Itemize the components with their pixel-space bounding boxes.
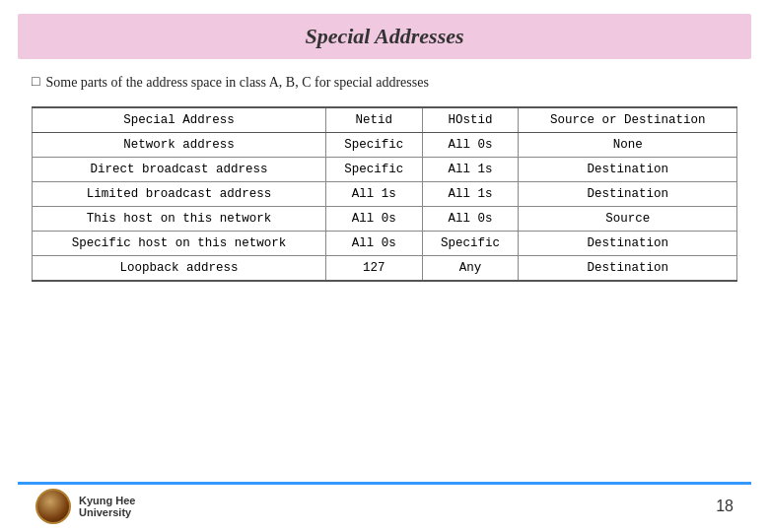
page-number: 18 (716, 498, 734, 515)
col-header-netid: Netid (325, 107, 422, 133)
table-cell: Specific host on this network (33, 231, 326, 255)
slide-footer: Kyung Hee University 18 (18, 482, 751, 532)
table-cell: Source (519, 206, 737, 231)
table-cell: Network address (33, 132, 326, 157)
table-cell: All 0s (422, 206, 519, 231)
table-cell: Loopback address (33, 255, 326, 281)
slide-content: □ Some parts of the address space in cla… (0, 59, 769, 482)
slide: Special Addresses □ Some parts of the ad… (0, 0, 769, 532)
university-name: Kyung Hee University (79, 495, 135, 518)
table-row: Specific host on this networkAll 0sSpeci… (33, 231, 737, 255)
table-cell: All 1s (422, 181, 519, 206)
table-row: Direct broadcast addressSpecificAll 1sDe… (33, 157, 737, 181)
table-cell: Limited broadcast address (33, 181, 326, 206)
bullet-point: □ Some parts of the address space in cla… (32, 73, 737, 93)
special-addresses-table: Special Address Netid HOstid Source or D… (32, 106, 737, 282)
table-cell: Direct broadcast address (33, 157, 326, 181)
table-cell: Any (422, 255, 519, 281)
table-cell: All 0s (325, 206, 422, 231)
table-cell: Destination (519, 255, 737, 281)
table-cell: Destination (519, 157, 737, 181)
table-header-row: Special Address Netid HOstid Source or D… (33, 107, 737, 133)
table-cell: 127 (325, 255, 422, 281)
university-logo-area: Kyung Hee University (35, 489, 135, 524)
table-cell: Destination (519, 231, 737, 255)
table-cell: Specific (325, 157, 422, 181)
table-cell: All 1s (422, 157, 519, 181)
bullet-text: Some parts of the address space in class… (45, 73, 428, 93)
table-row: Loopback address127AnyDestination (33, 255, 737, 281)
table-cell: Destination (519, 181, 737, 206)
table-cell: None (519, 132, 737, 157)
table-cell: Specific (325, 132, 422, 157)
table-cell: All 1s (325, 181, 422, 206)
slide-title: Special Addresses (305, 24, 463, 48)
bullet-icon: □ (32, 74, 39, 90)
table-row: Network addressSpecificAll 0sNone (33, 132, 737, 157)
table-row: This host on this networkAll 0sAll 0sSou… (33, 206, 737, 231)
col-header-source-dest: Source or Destination (519, 107, 737, 133)
table-cell: All 0s (325, 231, 422, 255)
table-cell: All 0s (422, 132, 519, 157)
slide-header: Special Addresses (18, 14, 751, 59)
table-row: Limited broadcast addressAll 1sAll 1sDes… (33, 181, 737, 206)
table-cell: Specific (422, 231, 519, 255)
col-header-hostid: HOstid (422, 107, 519, 133)
university-logo-icon (35, 489, 71, 524)
table-cell: This host on this network (33, 206, 326, 231)
col-header-special-address: Special Address (33, 107, 326, 133)
